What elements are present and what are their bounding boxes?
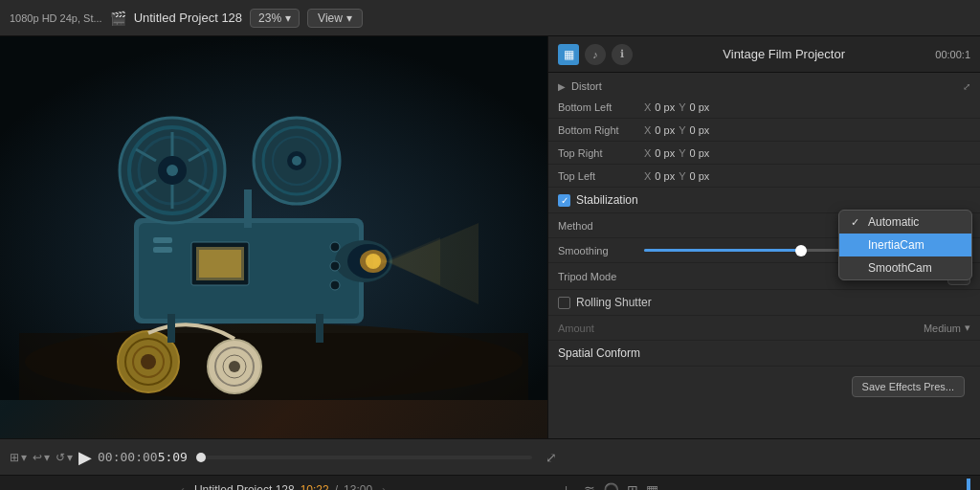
svg-point-44 [330,242,340,252]
bottom-right-label: Bottom Right [558,124,644,136]
svg-point-10 [167,165,178,176]
panel-title: Vintage Film Projector [640,47,927,61]
bl-x-axis: X [644,101,651,113]
svg-rect-42 [153,237,172,243]
method-dropdown-menu[interactable]: ✓ Automatic InertiaCam SmoothCam [838,210,972,280]
bl-y-axis: Y [679,101,685,113]
transform-btn[interactable]: ↩▾ [33,451,50,464]
dropdown-item-smoothcam[interactable]: SmoothCam [839,256,971,279]
top-right-row: Top Right X 0 px Y 0 px [548,142,980,165]
check-automatic: ✓ [851,216,862,229]
tl-y-axis: Y [679,170,685,182]
amount-label: Amount [558,323,644,334]
tl-x-axis: X [644,170,651,182]
spatial-conform-label: Spatial Conform [558,346,640,360]
timeline-current: 10:22 [301,483,329,491]
tr-x-axis: X [644,147,651,159]
progress-thumb[interactable] [196,453,206,462]
svg-point-45 [330,261,340,271]
dropdown-item-inertiacam[interactable]: InertiaCam [839,234,971,256]
clip-icon[interactable]: ⊞ [627,482,638,491]
layout-icon[interactable]: ▦ [558,44,579,65]
svg-point-39 [229,361,240,372]
tripod-label: Tripod Mode [558,271,644,282]
video-preview[interactable] [0,36,547,438]
expand-arrow: ▶ [558,81,566,92]
smoothing-label: Smoothing [558,245,644,256]
svg-rect-31 [199,250,241,278]
fullscreen-button[interactable]: ⤢ [546,450,557,465]
br-y-axis: Y [679,124,685,136]
stabilization-checkbox[interactable]: ✓ [558,194,570,207]
amount-row: Amount Medium ▾ [548,316,980,341]
stabilization-label: Stabilization [576,193,638,207]
view-toggle-btn[interactable]: ⊞▾ [10,451,27,464]
tr-x-val: 0 px [655,147,675,159]
svg-rect-17 [244,189,252,228]
right-panel: ▦ ♪ ℹ Vintage Film Projector 00:00:1 ▶ D… [547,36,980,438]
timecode-main: 00:00:00 [98,450,158,464]
br-x-axis: X [644,124,651,136]
loop-btn[interactable]: ↺▾ [56,451,73,464]
timeline-total: 13:00 [344,483,372,491]
svg-rect-43 [153,247,172,253]
rolling-shutter-checkbox[interactable] [558,297,570,309]
bottom-left-row: Bottom Left X 0 px Y 0 px [548,96,980,119]
rolling-shutter-header: Rolling Shutter [548,290,980,316]
nav-prev[interactable]: ‹ [176,482,189,491]
top-bar-left: 1080p HD 24p, St... 🎬 Untitled Project 1… [10,9,970,28]
film-icon: 🎬 [110,11,126,26]
panel-icons: ▦ ♪ ℹ [558,44,633,65]
dropdown-item-automatic[interactable]: ✓ Automatic [839,211,971,234]
nav-next[interactable]: › [378,482,390,491]
play-button[interactable]: ▶ [78,447,92,468]
blue-accent [967,479,970,491]
amount-value[interactable]: Medium ▾ [924,322,970,334]
bl-x-val: 0 px [655,101,675,113]
distort-header[interactable]: ▶ Distort ⤢ [548,77,980,96]
info-icon[interactable]: ℹ [612,44,633,65]
timeline-left: ‹ Untitled Project 128 10:22 / 13:00 › [10,482,557,491]
projector-svg [0,36,547,400]
distort-label: Distort [571,80,602,92]
svg-rect-41 [316,314,323,343]
properties-panel[interactable]: ▶ Distort ⤢ Bottom Left X 0 px Y 0 px Bo… [548,73,980,438]
distort-expand: ⤢ [963,81,970,92]
tr-y-axis: Y [679,147,685,159]
panel-time: 00:00:1 [935,49,970,60]
wave-icon[interactable]: ≋ [584,482,595,491]
zoom-button[interactable]: 23% ▾ [250,9,300,28]
project-name: Untitled Project 128 [134,11,242,25]
resolution-label: 1080p HD 24p, St... [10,12,102,24]
timecode-frame: 5:09 [158,450,188,464]
headphone-icon[interactable]: 🎧 [603,482,619,491]
timeline-bar: ‹ Untitled Project 128 10:22 / 13:00 › ⊢… [0,475,980,490]
progress-bar[interactable] [201,456,532,459]
timeline-project: Untitled Project 128 [194,483,295,491]
tl-y-val: 0 px [689,170,709,182]
view-button[interactable]: View ▾ [307,9,363,28]
br-x-val: 0 px [655,124,675,136]
audio-icon[interactable]: ♪ [585,44,606,65]
br-y-val: 0 px [689,124,709,136]
method-row: Method ✓ Automatic InertiaCam SmoothCam [548,213,980,238]
grid-icon[interactable]: ▦ [646,482,658,491]
tr-y-val: 0 px [689,147,709,159]
smoothing-slider-fill [644,249,801,252]
method-label: Method [558,220,644,232]
inertiacam-label: InertiaCam [868,238,924,252]
svg-rect-3 [19,333,528,400]
svg-point-22 [292,156,301,166]
rolling-shutter-label: Rolling Shutter [576,296,652,309]
save-effects-row: Save Effects Pres... [548,367,980,401]
timeline-separator: / [335,483,338,491]
top-right-label: Top Right [558,147,644,159]
smoothing-slider-thumb[interactable] [795,245,807,256]
main-content: ▦ ♪ ℹ Vintage Film Projector 00:00:1 ▶ D… [0,36,980,438]
align-icon[interactable]: ⊢ [565,482,576,491]
spatial-conform-row: Spatial Conform [548,341,980,367]
save-effects-button[interactable]: Save Effects Pres... [852,376,965,397]
automatic-label: Automatic [868,215,919,229]
panel-header: ▦ ♪ ℹ Vintage Film Projector 00:00:1 [548,36,980,73]
tl-x-val: 0 px [655,170,675,182]
